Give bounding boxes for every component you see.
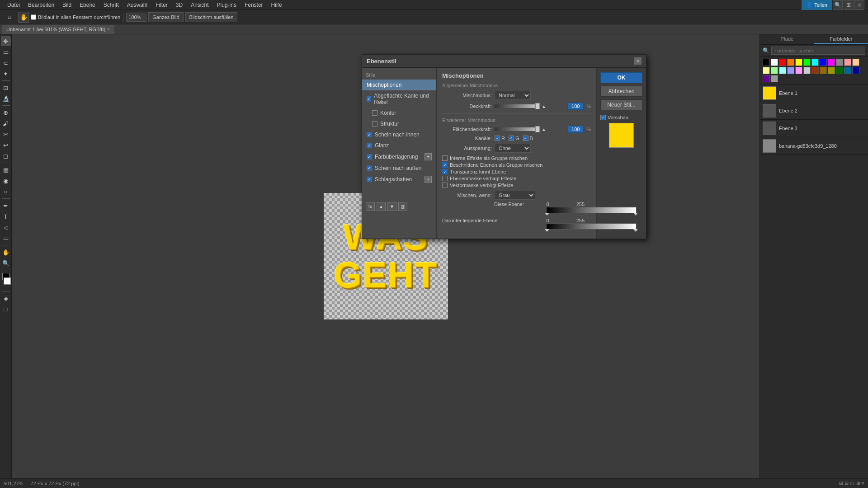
swatch[interactable] [779, 59, 786, 66]
brush-tool[interactable]: 🖌 [1, 118, 11, 128]
menu-filter[interactable]: Filter [152, 1, 171, 9]
style-checkbox-farb[interactable] [367, 154, 372, 160]
wand-tool[interactable]: ✦ [1, 69, 11, 79]
kanale-g-check[interactable]: G [509, 136, 519, 141]
bildlauf-checkbox[interactable] [31, 14, 36, 20]
opt-check-beschnittene[interactable] [442, 162, 448, 168]
opt-check-interne[interactable] [442, 155, 448, 161]
swatch[interactable] [852, 59, 859, 66]
kanale-g-box[interactable] [509, 136, 514, 141]
style-checkbox-abgeflachte[interactable] [367, 96, 371, 102]
swatch[interactable] [763, 59, 770, 66]
quick-mask-tool[interactable]: ◈ [1, 293, 11, 303]
farb-add-btn[interactable]: + [425, 153, 432, 160]
move-tool[interactable]: ✥ [1, 36, 11, 46]
kanale-r-check[interactable]: R [495, 136, 505, 141]
style-checkbox-schatten[interactable] [367, 177, 372, 182]
swatch[interactable] [828, 59, 835, 66]
style-delete-btn[interactable]: 🗑 [398, 202, 407, 211]
swatch[interactable] [763, 75, 770, 82]
style-abgeflachte[interactable]: Abgeflachte Kante und Relief [362, 90, 436, 108]
healing-tool[interactable]: ⊕ [1, 108, 11, 117]
swatch[interactable] [820, 67, 827, 74]
shape-tool[interactable]: ▭ [1, 233, 11, 243]
clone-tool[interactable]: ✂ [1, 129, 11, 139]
menu-auswahl[interactable]: Auswahl [123, 1, 151, 9]
swatch[interactable] [787, 59, 794, 66]
eyedropper-tool[interactable]: 🔬 [1, 94, 11, 103]
menu-datei[interactable]: Datei [4, 1, 24, 9]
style-checkbox-glanz[interactable] [367, 143, 372, 148]
neuer-stil-button[interactable]: Neuer Stil... [600, 99, 642, 110]
style-checkbox-schein-innen[interactable] [367, 132, 372, 137]
menu-plugins[interactable]: Plug-ins [213, 1, 240, 9]
swatch[interactable] [828, 67, 835, 74]
style-up-btn[interactable]: ▲ [377, 202, 386, 211]
layer-item[interactable]: banana-gd83cfc3d9_1280 [760, 137, 868, 155]
menu-schrift[interactable]: Schrift [100, 1, 123, 9]
history-brush[interactable]: ↩ [1, 140, 11, 150]
kanale-r-box[interactable] [495, 136, 500, 141]
blur-tool[interactable]: ◉ [1, 176, 11, 186]
mischmodus-select[interactable]: Normal [495, 91, 531, 100]
options-icon-btn[interactable]: ⊞ [844, 0, 854, 10]
ganzes-bild-btn[interactable]: Ganzes Bild [148, 12, 183, 22]
menu-ebene[interactable]: Ebene [76, 1, 99, 9]
style-farbueberlagerung[interactable]: Farbüberlagerung + [362, 151, 436, 163]
bg-color-swatch[interactable] [4, 277, 11, 285]
lasso-tool[interactable]: ⊂ [1, 58, 11, 68]
swatch[interactable] [771, 59, 778, 66]
swatch[interactable] [811, 67, 819, 74]
swatch[interactable] [803, 67, 811, 74]
flaeche-input[interactable] [567, 126, 584, 133]
swatch[interactable] [811, 59, 819, 66]
swatch[interactable] [795, 67, 802, 74]
style-down-btn[interactable]: ▼ [387, 202, 396, 211]
ebenenstil-dialog[interactable]: Ebenenstil × Stile Mischoptionen Abgefla… [362, 54, 646, 239]
aussparung-select[interactable]: Ohne [495, 144, 531, 153]
home-button[interactable]: ⌂ [3, 10, 16, 24]
doc-tab-active[interactable]: Unbenannt-1 bei 501% (WAS GEHT, RGB/8) × [2, 25, 114, 34]
style-checkbox-struktur[interactable] [372, 121, 377, 127]
style-checkbox-schein-aussen[interactable] [367, 165, 372, 171]
layer-item[interactable]: Ebene 3 [760, 120, 868, 137]
zoom-input[interactable] [126, 13, 146, 22]
schatten-add-btn[interactable]: + [425, 176, 432, 183]
style-schein-aussen[interactable]: Schein nach außen [362, 163, 436, 174]
opt-check-vektormaske[interactable] [442, 183, 448, 188]
eraser-tool[interactable]: ◻ [1, 151, 11, 161]
menu-hilfe[interactable]: Hilfe [268, 1, 286, 9]
opt-check-transparenz[interactable] [442, 169, 448, 174]
layer-item[interactable]: Ebene 1 [760, 84, 868, 102]
vorschau-checkbox[interactable] [600, 115, 606, 120]
selection-tool[interactable]: ▭ [1, 47, 11, 57]
style-schein-innen[interactable]: Schein nach innen [362, 129, 436, 140]
abbrechen-button[interactable]: Abbrechen [600, 86, 642, 97]
style-mischoptionen[interactable]: Mischoptionen [362, 80, 436, 90]
search-input[interactable] [771, 47, 865, 55]
tab-pfade[interactable]: Pfade [760, 34, 814, 44]
share-button[interactable]: 👤 Teilen [802, 0, 832, 10]
hand-tool[interactable]: ✋ [1, 247, 11, 257]
swatch[interactable] [803, 59, 811, 66]
menu-bearbeiten[interactable]: Bearbeiten [24, 1, 58, 9]
crop-tool[interactable]: ⊡ [1, 83, 11, 93]
doc-tab-close[interactable]: × [107, 27, 110, 32]
swatch[interactable] [763, 67, 770, 74]
kanale-b-box[interactable] [523, 136, 528, 141]
swatch[interactable] [820, 59, 827, 66]
more-options-btn[interactable]: ≡ [854, 0, 864, 10]
style-struktur[interactable]: Struktur [362, 118, 436, 129]
swatch[interactable] [852, 67, 859, 74]
swatch[interactable] [787, 67, 794, 74]
screen-mode-tool[interactable]: □ [1, 304, 11, 314]
menu-3d[interactable]: 3D [172, 1, 186, 9]
flaeche-slider[interactable] [495, 127, 540, 131]
swatch[interactable] [779, 67, 786, 74]
swatch[interactable] [771, 75, 778, 82]
menu-bild[interactable]: Bild [59, 1, 75, 9]
mw-select[interactable]: Grau [495, 191, 535, 200]
bildschirm-btn[interactable]: Bildschirm ausfüllen [185, 12, 238, 22]
menu-ansicht[interactable]: Ansicht [187, 1, 212, 9]
deckkraft-slider[interactable] [495, 104, 540, 108]
